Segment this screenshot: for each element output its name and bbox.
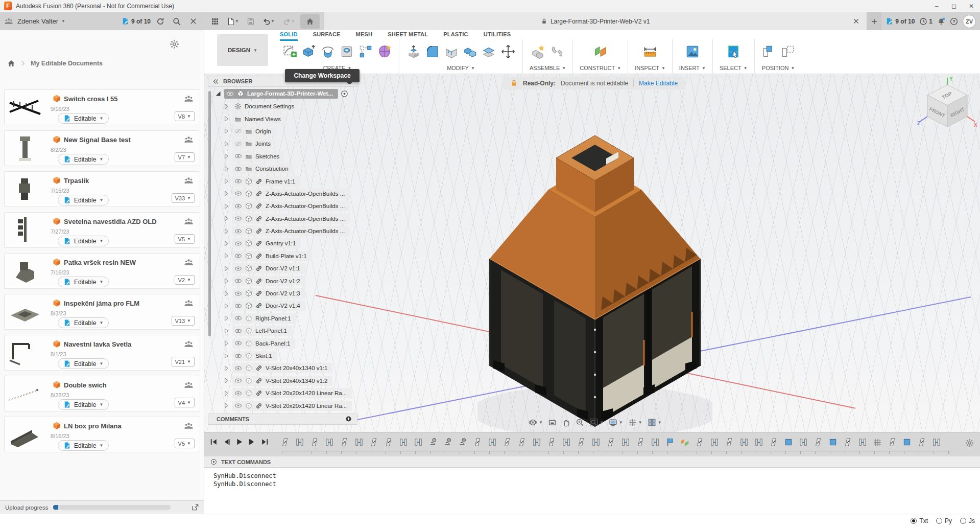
skip-start-icon[interactable]	[209, 438, 218, 446]
document-tab[interactable]: Large-Format-3D-Printer-Web-V2 v1	[324, 12, 867, 30]
hole-icon[interactable]	[339, 44, 354, 59]
timeline-op-blue[interactable]	[902, 436, 912, 449]
timeline-op-plane[interactable]	[680, 436, 690, 449]
browser-tree-row[interactable]: Origin	[208, 125, 357, 138]
comments-bar[interactable]: COMMENTS	[208, 414, 357, 425]
minimize-button[interactable]: –	[928, 0, 945, 12]
browser-tree-row[interactable]: Frame v1:1	[208, 175, 357, 187]
zoom-tool[interactable]	[576, 418, 584, 427]
timeline-op-insert[interactable]	[917, 436, 927, 449]
document-title[interactable]: LN box pro Milana	[64, 422, 122, 430]
redo-button[interactable]: ▼	[280, 15, 298, 28]
browser-tree-row[interactable]: Door-V2 v1:3	[208, 287, 357, 300]
timeline-op-insert[interactable]	[309, 436, 320, 449]
collapse-panel-icon[interactable]	[212, 78, 219, 85]
expand-arrow-icon[interactable]	[223, 166, 230, 172]
revert-position-icon[interactable]	[780, 44, 796, 59]
timeline-op-joint[interactable]	[487, 436, 497, 449]
make-editable-link[interactable]: Make Editable	[639, 80, 678, 87]
version-dropdown[interactable]: V5▼	[175, 234, 195, 244]
document-card[interactable]: Svetelna navestidla AZD OLD7/27/23Editab…	[4, 212, 200, 248]
document-card[interactable]: Navestni lavka Svetla8/1/23Editable▼V21▼	[4, 335, 200, 371]
timeline-op-insert[interactable]	[813, 436, 823, 449]
browser-tree-row[interactable]: V-Slot 20x40x1340 v1:2	[208, 375, 357, 387]
fillet-icon[interactable]	[425, 44, 440, 59]
job-history-button[interactable]: 1	[919, 17, 933, 26]
ribbon-group-label[interactable]: POSITION▼	[762, 65, 795, 71]
expand-arrow-icon[interactable]	[223, 353, 230, 359]
joint-icon[interactable]	[549, 44, 565, 59]
expand-arrow-icon[interactable]	[223, 278, 230, 284]
expand-arrow-icon[interactable]	[223, 365, 230, 372]
browser-tree-row[interactable]: Gantry v1:1	[208, 237, 357, 249]
workspace-selector[interactable]: DESIGN▼	[217, 34, 268, 66]
document-card[interactable]: Inspekční jáma pro FLM8/3/23Editable▼V13…	[4, 294, 200, 330]
eye-icon[interactable]	[234, 177, 242, 185]
pan-tool[interactable]	[562, 418, 570, 427]
shell-icon[interactable]	[444, 44, 459, 59]
timeline-op-insert[interactable]	[517, 436, 527, 449]
editable-status-dropdown[interactable]: Editable▼	[58, 317, 109, 328]
version-dropdown[interactable]: V8▼	[175, 111, 195, 121]
timeline-op-joint[interactable]	[857, 436, 868, 449]
eye-icon[interactable]	[234, 402, 242, 409]
version-dropdown[interactable]: V4▼	[175, 398, 195, 407]
timeline-op-blue[interactable]	[783, 436, 794, 449]
version-dropdown[interactable]: V7▼	[175, 152, 195, 162]
close-panel-icon[interactable]	[186, 15, 200, 28]
expand-arrow-icon[interactable]	[223, 402, 230, 409]
document-title[interactable]: New Signal Base test	[64, 136, 131, 144]
timeline-op-joint[interactable]	[591, 436, 601, 449]
eye-icon[interactable]	[234, 339, 242, 347]
look-at-tool[interactable]	[548, 418, 557, 427]
editable-status-dropdown[interactable]: Editable▼	[58, 440, 109, 451]
offset-icon[interactable]	[482, 44, 497, 59]
document-card[interactable]: Trpaslík7/15/23Editable▼V33▼	[4, 171, 200, 207]
editable-status-dropdown[interactable]: Editable▼	[58, 154, 109, 165]
orbit-tool[interactable]: ▼	[529, 418, 543, 427]
eye-icon[interactable]	[226, 90, 234, 98]
expand-arrow-icon[interactable]	[223, 228, 230, 235]
eye-icon[interactable]	[234, 327, 242, 335]
expand-arrow-icon[interactable]	[223, 240, 230, 247]
version-dropdown[interactable]: V33▼	[172, 193, 195, 203]
timeline-op-insert[interactable]	[369, 436, 379, 449]
timeline-op-joint[interactable]	[532, 436, 542, 449]
text-commands-output[interactable]: SynHub.DisconnectSynHub.Disconnect	[204, 468, 980, 515]
eye-off-icon[interactable]	[234, 127, 242, 135]
expand-icon[interactable]	[215, 90, 222, 97]
browser-tree-row[interactable]: Named Views	[208, 112, 357, 125]
browser-tree-row[interactable]: V-Slot 20x40x1340 v1:1	[208, 362, 357, 374]
browser-tree-row[interactable]: Left-Panel:1	[208, 325, 357, 337]
timeline-op-joint[interactable]	[295, 436, 305, 449]
expand-arrow-icon[interactable]	[223, 203, 230, 210]
editable-status-dropdown[interactable]: Editable▼	[58, 399, 109, 410]
expand-arrow-icon[interactable]	[223, 178, 230, 185]
document-title[interactable]: Patka vršek resin NEW	[64, 259, 136, 266]
timeline-op-joint[interactable]	[798, 436, 808, 449]
timeline-op-insert[interactable]	[606, 436, 616, 449]
mode-radio-py[interactable]: Py	[936, 517, 952, 524]
browser-tree-row[interactable]: Joints	[208, 138, 357, 150]
document-title[interactable]: Double swich	[64, 381, 107, 389]
timeline-op-joint[interactable]	[324, 436, 334, 449]
timeline-op-joint[interactable]	[398, 436, 409, 449]
editable-status-dropdown[interactable]: Editable▼	[58, 358, 109, 369]
document-title[interactable]: Inspekční jáma pro FLM	[64, 300, 139, 307]
timeline-op-insert[interactable]	[635, 436, 646, 449]
browser-scrollbar[interactable]	[208, 91, 211, 336]
expand-arrow-icon[interactable]	[223, 290, 230, 297]
home-view-button[interactable]	[300, 14, 320, 29]
combine-icon[interactable]	[463, 44, 478, 59]
ribbon-group-label[interactable]: MODIFY▼	[447, 65, 475, 71]
mode-radio-js[interactable]: Js	[960, 517, 975, 524]
document-title[interactable]: Switch cross I 55	[64, 95, 118, 103]
press-pull-icon[interactable]	[406, 44, 421, 59]
expand-arrow-icon[interactable]	[223, 190, 230, 197]
timeline-op-joint[interactable]	[739, 436, 749, 449]
timeline-op-insert[interactable]	[546, 436, 557, 449]
document-title[interactable]: Svetelna navestidla AZD OLD	[64, 218, 157, 225]
timeline-op-insert[interactable]	[339, 436, 349, 449]
editable-status-dropdown[interactable]: Editable▼	[58, 113, 109, 124]
create-sketch-icon[interactable]	[282, 44, 298, 59]
